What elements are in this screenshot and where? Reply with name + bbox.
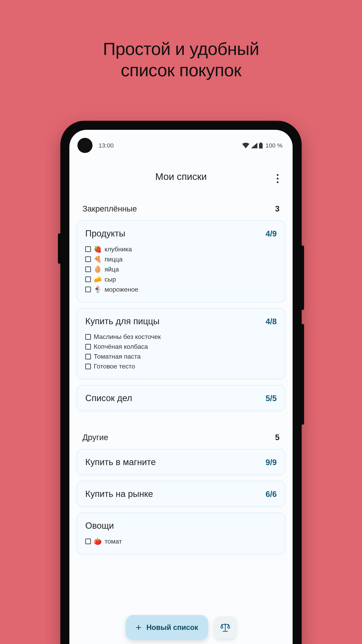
checkbox-icon[interactable]	[85, 334, 91, 340]
checkbox-icon[interactable]	[85, 364, 91, 369]
list-item[interactable]: 🍨мороженое	[85, 284, 277, 294]
app-header: Мои списки	[69, 159, 293, 188]
phone-screen: 13:00 100 % Мои списки Закреплённые3Прод…	[69, 130, 293, 644]
svg-rect-0	[259, 143, 263, 148]
cell-signal-icon	[251, 143, 257, 148]
wifi-icon	[242, 143, 249, 148]
list-card[interactable]: Купить в магните9/9	[76, 449, 286, 475]
checkbox-icon[interactable]	[85, 344, 91, 350]
list-card[interactable]: Овощи🍅томат	[76, 512, 286, 554]
scale-icon	[220, 622, 230, 632]
item-label: яйца	[105, 266, 119, 273]
status-time: 13:00	[98, 142, 114, 149]
scroll-content[interactable]: Закреплённые3Продукты4/9🍓клубника🍕пицца🥚…	[69, 188, 293, 554]
phone-frame: 13:00 100 % Мои списки Закреплённые3Прод…	[60, 121, 302, 644]
bottom-action-bar: + Новый список	[69, 615, 293, 640]
dots-vertical-icon	[277, 174, 279, 176]
list-item[interactable]: 🍓клубника	[85, 244, 277, 254]
section-header: Закреплённые3	[76, 188, 286, 220]
list-card[interactable]: Список дел5/5	[76, 385, 286, 411]
item-emoji: 🥚	[94, 266, 102, 273]
item-emoji: 🍨	[94, 286, 102, 293]
card-title: Купить на рынке	[85, 489, 153, 499]
checkbox-icon[interactable]	[85, 286, 91, 292]
phone-side-button-left	[58, 234, 60, 264]
card-title: Овощи	[85, 521, 114, 531]
list-item[interactable]: Маслины без косточек	[85, 332, 277, 342]
checkbox-icon[interactable]	[85, 538, 91, 544]
card-items: Маслины без косточекКопчёная колбасаТома…	[85, 332, 277, 371]
card-header: Купить на рынке6/6	[85, 489, 277, 499]
card-title: Список дел	[85, 393, 132, 403]
card-header: Продукты4/9	[85, 228, 277, 238]
checkbox-icon[interactable]	[85, 256, 91, 262]
list-item[interactable]: Готовое тесто	[85, 362, 277, 371]
svg-rect-1	[260, 142, 262, 144]
item-label: Маслины без косточек	[94, 333, 161, 340]
phone-power-button	[302, 246, 304, 310]
section-label: Закреплённые	[82, 204, 137, 213]
list-item[interactable]: 🍅томат	[85, 536, 277, 546]
card-progress: 4/8	[266, 317, 277, 326]
list-card[interactable]: Купить для пиццы4/8Маслины без косточекК…	[76, 308, 286, 379]
list-item[interactable]: Копчёная колбаса	[85, 342, 277, 352]
checkbox-icon[interactable]	[85, 266, 91, 272]
item-label: Томатная паста	[94, 353, 141, 360]
item-label: мороженое	[105, 286, 138, 293]
battery-percentage: 100 %	[266, 142, 283, 149]
marketing-headline: Простой и удобный список покупок	[0, 38, 362, 81]
item-label: пицца	[105, 256, 123, 263]
plus-icon: +	[136, 623, 141, 632]
new-list-button[interactable]: + Новый список	[126, 615, 208, 640]
card-header: Список дел5/5	[85, 393, 277, 403]
item-emoji: 🧀	[94, 276, 102, 283]
status-bar: 13:00 100 %	[69, 130, 293, 159]
section-count: 5	[275, 433, 280, 442]
page-title: Мои списки	[155, 171, 207, 182]
checkbox-icon[interactable]	[85, 354, 91, 360]
card-progress: 5/5	[266, 394, 277, 403]
item-label: клубника	[105, 246, 132, 253]
card-title: Купить для пиццы	[85, 316, 159, 326]
list-card[interactable]: Продукты4/9🍓клубника🍕пицца🥚яйца🧀сыр🍨моро…	[76, 220, 286, 302]
list-item[interactable]: 🧀сыр	[85, 274, 277, 284]
camera-hole	[77, 138, 92, 153]
list-item[interactable]: Томатная паста	[85, 352, 277, 362]
item-emoji: 🍕	[94, 256, 102, 263]
card-header: Овощи	[85, 521, 277, 531]
card-header: Купить для пиццы4/8	[85, 316, 277, 326]
card-title: Продукты	[85, 228, 125, 238]
phone-volume-button	[302, 324, 304, 425]
card-items: 🍓клубника🍕пицца🥚яйца🧀сыр🍨мороженое	[85, 244, 277, 294]
list-item[interactable]: 🍕пицца	[85, 254, 277, 264]
scale-button[interactable]	[214, 616, 236, 638]
card-progress: 6/6	[266, 490, 277, 499]
new-list-label: Новый список	[146, 623, 198, 632]
item-label: томат	[105, 538, 122, 545]
card-title: Купить в магните	[85, 457, 156, 467]
checkbox-icon[interactable]	[85, 246, 91, 252]
card-progress: 4/9	[266, 229, 277, 238]
item-label: Готовое тесто	[94, 363, 135, 370]
list-card[interactable]: Купить на рынке6/6	[76, 481, 286, 507]
list-item[interactable]: 🥚яйца	[85, 264, 277, 274]
item-emoji: 🍅	[94, 538, 102, 545]
overflow-menu-button[interactable]	[275, 172, 281, 185]
battery-icon	[259, 142, 263, 148]
status-right: 100 %	[242, 142, 283, 149]
item-emoji: 🍓	[94, 245, 102, 253]
marketing-line2: список покупок	[0, 60, 362, 81]
section-label: Другие	[82, 433, 108, 442]
card-header: Купить в магните9/9	[85, 457, 277, 467]
item-label: сыр	[105, 276, 116, 283]
checkbox-icon[interactable]	[85, 276, 91, 282]
section-count: 3	[275, 204, 280, 213]
card-progress: 9/9	[266, 458, 277, 467]
section-header: Другие5	[76, 417, 286, 449]
marketing-line1: Простой и удобный	[0, 38, 362, 60]
card-items: 🍅томат	[85, 536, 277, 546]
item-label: Копчёная колбаса	[94, 343, 148, 350]
